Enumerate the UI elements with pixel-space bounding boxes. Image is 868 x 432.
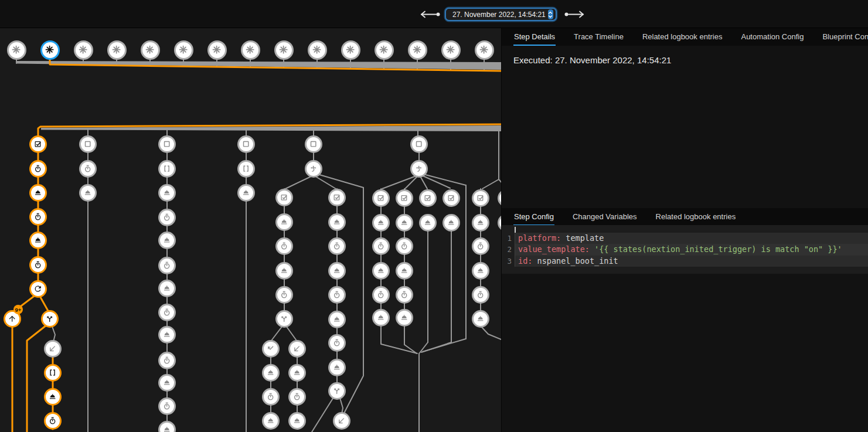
checkbox-node[interactable]	[472, 189, 489, 207]
timer-node[interactable]	[396, 286, 413, 304]
timer-node[interactable]	[44, 412, 62, 430]
tab-step-details[interactable]: Step Details	[513, 28, 556, 46]
timer-node[interactable]	[79, 160, 97, 178]
tab-blueprint-config[interactable]: Blueprint Config	[822, 28, 868, 46]
timer-node[interactable]	[158, 209, 176, 226]
square-node[interactable]	[158, 135, 176, 153]
previous-run-icon[interactable]	[420, 11, 441, 18]
bell-node[interactable]	[396, 214, 413, 232]
timer-node[interactable]	[158, 304, 176, 321]
bell-node[interactable]	[158, 232, 176, 249]
bell-node[interactable]	[158, 421, 176, 432]
bell-node[interactable]	[237, 184, 255, 202]
parallel-node[interactable]	[305, 160, 322, 178]
bell-node[interactable]	[44, 388, 62, 406]
bell-node[interactable]	[158, 184, 176, 202]
tab-related-logbook-entries[interactable]: Related logbook entries	[655, 208, 737, 226]
timer-node[interactable]	[372, 286, 390, 304]
tab-related-logbook-entries[interactable]: Related logbook entries	[642, 28, 723, 46]
arrow-bl-node[interactable]	[288, 340, 306, 358]
timer-node[interactable]	[372, 237, 390, 255]
brackets-node[interactable]	[158, 160, 176, 178]
square-node[interactable]	[79, 135, 97, 153]
run-datetime-select[interactable]: 27. November 2022, 14:54:21	[445, 8, 557, 21]
square-node[interactable]	[410, 135, 428, 153]
asterisk-node[interactable]	[308, 40, 327, 60]
step-config-code-editor[interactable]: 1platform: template2value_template: '{{ …	[502, 225, 868, 274]
checkbox-node[interactable]	[442, 189, 460, 207]
asterisk-node[interactable]	[7, 40, 26, 60]
bell-node[interactable]	[158, 280, 176, 297]
bell-node[interactable]	[29, 232, 47, 249]
brackets-node[interactable]	[44, 364, 62, 382]
asterisk-node[interactable]	[341, 40, 360, 60]
bell-node[interactable]	[396, 309, 413, 326]
timer-node[interactable]	[158, 352, 176, 369]
brackets-node[interactable]	[237, 160, 255, 178]
choose-node[interactable]	[328, 382, 346, 400]
bell-node[interactable]	[288, 364, 306, 382]
timer-node[interactable]	[275, 286, 293, 304]
checkbox-node[interactable]	[275, 189, 293, 206]
asterisk-node[interactable]	[274, 40, 294, 60]
parallel-node[interactable]	[410, 160, 428, 178]
timer-node[interactable]	[328, 334, 346, 352]
square-node[interactable]	[305, 135, 322, 153]
arrow-bl-node[interactable]	[44, 340, 62, 358]
arrow-bl-node[interactable]	[333, 412, 350, 430]
bell-node[interactable]	[275, 262, 293, 280]
timer-node[interactable]	[262, 388, 280, 406]
asterisk-node[interactable]	[174, 40, 193, 60]
bell-node[interactable]	[288, 412, 306, 430]
timer-node[interactable]	[396, 237, 413, 255]
refresh-node[interactable]	[29, 280, 47, 298]
checkbox-node[interactable]	[372, 189, 390, 207]
bell-node[interactable]	[472, 310, 489, 328]
asterisk-node[interactable]	[441, 40, 461, 60]
timer-node[interactable]	[29, 160, 47, 178]
timer-node[interactable]	[288, 388, 306, 406]
next-run-icon[interactable]	[564, 11, 585, 18]
square-node[interactable]	[237, 135, 255, 153]
bell-node[interactable]	[158, 326, 176, 343]
bell-node[interactable]	[396, 262, 413, 280]
tab-trace-timeline[interactable]: Trace Timeline	[573, 28, 624, 46]
timer-node[interactable]	[29, 208, 47, 226]
bell-node[interactable]	[372, 262, 390, 280]
asterisk-node[interactable]	[40, 40, 60, 60]
bell-node[interactable]	[372, 214, 390, 232]
bell-node[interactable]	[262, 412, 280, 430]
choose-node[interactable]	[41, 310, 59, 328]
bell-node[interactable]	[442, 214, 460, 232]
bell-node[interactable]	[29, 184, 47, 202]
bell-node[interactable]	[328, 262, 346, 280]
asterisk-node[interactable]	[207, 40, 227, 60]
timer-node[interactable]	[29, 256, 47, 274]
checkbox-node[interactable]	[396, 189, 413, 207]
checkbox-node[interactable]	[419, 189, 437, 207]
timer-node[interactable]	[158, 257, 176, 274]
asterisk-node[interactable]	[74, 40, 93, 60]
timer-node[interactable]	[275, 237, 293, 255]
bell-node[interactable]	[419, 214, 437, 232]
timer-node[interactable]	[158, 397, 176, 415]
bell-node[interactable]	[275, 213, 293, 231]
select-stepper-icon[interactable]	[548, 9, 553, 19]
asterisk-node[interactable]	[107, 40, 127, 60]
bell-node[interactable]	[262, 364, 280, 382]
asterisk-node[interactable]	[375, 40, 394, 60]
asterisk-node[interactable]	[475, 40, 494, 60]
tab-step-config[interactable]: Step Config	[513, 208, 554, 226]
bell-node[interactable]	[328, 311, 346, 328]
asterisk-node[interactable]	[241, 40, 260, 60]
checkbox-node[interactable]	[328, 189, 346, 206]
timer-node[interactable]	[328, 237, 346, 255]
bell-node[interactable]	[472, 262, 489, 280]
timer-node[interactable]	[328, 286, 346, 304]
bell-node[interactable]	[372, 309, 390, 326]
checkbox-node[interactable]	[29, 135, 47, 153]
asterisk-node[interactable]	[141, 40, 160, 60]
bell-node[interactable]	[328, 359, 346, 376]
bell-node[interactable]	[158, 374, 176, 392]
check-arrow-node[interactable]	[262, 340, 280, 358]
